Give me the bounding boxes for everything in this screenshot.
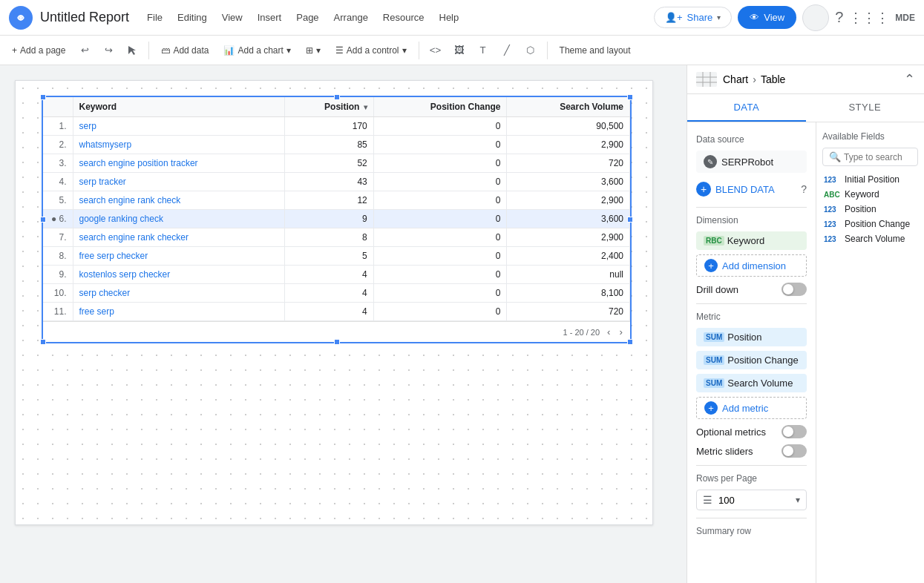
share-button[interactable]: 👤+ Share ▾ bbox=[654, 7, 732, 28]
panel-collapse-button[interactable]: ⌃ bbox=[904, 71, 915, 88]
tab-style[interactable]: STYLE bbox=[806, 94, 925, 122]
optional-metrics-toggle[interactable] bbox=[782, 425, 807, 438]
field-type-badge: 123 bbox=[824, 176, 842, 184]
metric-position-change-chip[interactable]: SUM Position Change bbox=[696, 351, 807, 369]
available-field-item[interactable]: 123 Position Change bbox=[822, 217, 918, 231]
col-header-search-volume[interactable]: Search Volume bbox=[507, 97, 630, 117]
row-keyword[interactable]: search engine rank check bbox=[73, 191, 284, 210]
row-keyword[interactable]: free serp checker bbox=[73, 247, 284, 266]
pagination-next[interactable]: › bbox=[618, 325, 624, 339]
doc-title: Untitled Report bbox=[40, 10, 129, 25]
pagination-prev[interactable]: ‹ bbox=[606, 325, 612, 339]
available-field-item[interactable]: 123 Position bbox=[822, 202, 918, 217]
dimension-keyword-chip[interactable]: RBC Keyword bbox=[696, 231, 807, 250]
grid-icon[interactable]: ⋮⋮⋮ bbox=[849, 10, 889, 26]
add-dimension-button[interactable]: + Add dimension bbox=[696, 254, 807, 277]
data-source-row[interactable]: ✎ SERPRobot bbox=[696, 151, 807, 173]
row-keyword[interactable]: search engine rank checker bbox=[73, 228, 284, 247]
row-search-volume: 3,600 bbox=[507, 210, 630, 228]
row-keyword[interactable]: free serp bbox=[73, 303, 284, 321]
page-canvas: Keyword Position ▾ Position Change Searc… bbox=[15, 80, 653, 525]
optional-metrics-row: Optional metrics bbox=[696, 425, 807, 438]
menu-page[interactable]: Page bbox=[290, 9, 324, 26]
field-search-input[interactable] bbox=[844, 152, 911, 162]
resize-ml[interactable] bbox=[40, 217, 46, 223]
code-button[interactable]: <> bbox=[425, 40, 446, 61]
col-header-position-change[interactable]: Position Change bbox=[373, 97, 507, 117]
resize-tr[interactable] bbox=[627, 94, 633, 100]
menu-resource[interactable]: Resource bbox=[377, 9, 430, 26]
resize-bm[interactable] bbox=[334, 339, 340, 345]
add-page-button[interactable]: + Add a page bbox=[6, 42, 71, 59]
image-button[interactable]: 🖼 bbox=[449, 40, 470, 61]
resize-bl[interactable] bbox=[40, 339, 46, 345]
table-row[interactable]: 3. search engine position tracker 52 0 7… bbox=[43, 154, 630, 173]
table-row[interactable]: ● 6. google ranking check 9 0 3,600 bbox=[43, 210, 630, 228]
text-button[interactable]: T bbox=[473, 40, 494, 61]
row-keyword[interactable]: kostenlos serp checker bbox=[73, 266, 284, 284]
row-keyword[interactable]: serp tracker bbox=[73, 173, 284, 191]
add-data-button[interactable]: 🗃 Add data bbox=[155, 42, 214, 59]
table-row[interactable]: 4. serp tracker 43 0 3,600 bbox=[43, 173, 630, 191]
row-keyword[interactable]: serp checker bbox=[73, 284, 284, 303]
row-keyword[interactable]: search engine position tracker bbox=[73, 154, 284, 173]
table-row[interactable]: 2. whatsmyserp 85 0 2,900 bbox=[43, 136, 630, 154]
available-field-item[interactable]: 123 Initial Position bbox=[822, 172, 918, 187]
row-keyword[interactable]: google ranking check bbox=[73, 210, 284, 228]
menu-editing[interactable]: Editing bbox=[171, 9, 213, 26]
drill-down-row: Drill down bbox=[696, 283, 807, 296]
drill-down-toggle[interactable] bbox=[782, 283, 807, 296]
blend-add-icon[interactable]: + bbox=[696, 182, 711, 197]
add-metric-button[interactable]: + Add metric bbox=[696, 397, 807, 419]
redo-button[interactable]: ↪ bbox=[98, 40, 119, 61]
menu-file[interactable]: File bbox=[141, 9, 168, 26]
menu-arrange[interactable]: Arrange bbox=[328, 9, 374, 26]
resize-tl[interactable] bbox=[40, 94, 46, 100]
field-search-box[interactable]: 🔍 bbox=[822, 148, 918, 166]
table-row[interactable]: 1. serp 170 0 90,500 bbox=[43, 117, 630, 136]
line-button[interactable]: ╱ bbox=[497, 40, 517, 61]
table-widget[interactable]: Keyword Position ▾ Position Change Searc… bbox=[42, 96, 632, 343]
undo-button[interactable]: ↩ bbox=[74, 40, 95, 61]
menu-help[interactable]: Help bbox=[433, 9, 465, 26]
select-tool-button[interactable] bbox=[122, 40, 142, 61]
table-row[interactable]: 5. search engine rank check 12 0 2,900 bbox=[43, 191, 630, 210]
resize-br[interactable] bbox=[627, 339, 633, 345]
menu-view[interactable]: View bbox=[216, 9, 249, 26]
tab-data[interactable]: DATA bbox=[687, 94, 806, 122]
table-row[interactable]: 7. search engine rank checker 8 0 2,900 bbox=[43, 228, 630, 247]
add-control-button[interactable]: ☰ Add a control ▾ bbox=[330, 42, 413, 59]
table-row[interactable]: 11. free serp 4 0 720 bbox=[43, 303, 630, 321]
chart-breadcrumb[interactable]: Chart bbox=[723, 73, 748, 85]
table-row[interactable]: 10. serp checker 4 0 8,100 bbox=[43, 284, 630, 303]
col-header-keyword[interactable]: Keyword bbox=[73, 97, 284, 117]
svg-rect-2 bbox=[696, 72, 717, 87]
table-row[interactable]: 9. kostenlos serp checker 4 0 null bbox=[43, 266, 630, 284]
row-position: 4 bbox=[284, 303, 373, 321]
add-chart-button[interactable]: 📊 Add a chart ▾ bbox=[217, 42, 296, 59]
scorecard-dropdown-icon: ▾ bbox=[316, 45, 321, 56]
shape-button[interactable]: ⬡ bbox=[520, 40, 541, 61]
add-scorecard-button[interactable]: ⊞ ▾ bbox=[300, 42, 327, 59]
canvas-area[interactable]: Keyword Position ▾ Position Change Searc… bbox=[0, 65, 687, 583]
row-keyword[interactable]: serp bbox=[73, 117, 284, 136]
row-keyword[interactable]: whatsmyserp bbox=[73, 136, 284, 154]
plus-icon: + bbox=[12, 45, 17, 56]
help-icon[interactable]: ? bbox=[835, 9, 843, 26]
metric-sliders-toggle[interactable] bbox=[782, 444, 807, 458]
resize-tm[interactable] bbox=[334, 94, 340, 100]
theme-layout-button[interactable]: Theme and layout bbox=[554, 42, 637, 59]
available-field-item[interactable]: ABC Keyword bbox=[822, 187, 918, 202]
view-button[interactable]: 👁 View bbox=[738, 6, 796, 29]
add-page-label: Add a page bbox=[20, 45, 65, 56]
blend-data-label[interactable]: BLEND DATA bbox=[715, 184, 775, 195]
col-header-position[interactable]: Position ▾ bbox=[284, 97, 373, 117]
menu-insert[interactable]: Insert bbox=[252, 9, 288, 26]
metric-position-chip[interactable]: SUM Position bbox=[696, 328, 807, 346]
available-field-item[interactable]: 123 Search Volume bbox=[822, 231, 918, 246]
rows-per-page-select[interactable]: ☰ 100 ▾ bbox=[696, 490, 807, 510]
resize-mr[interactable] bbox=[627, 217, 633, 223]
metric-search-volume-chip[interactable]: SUM Search Volume bbox=[696, 374, 807, 392]
table-row[interactable]: 8. free serp checker 5 0 2,400 bbox=[43, 247, 630, 266]
share-icon: 👤+ bbox=[665, 12, 683, 23]
